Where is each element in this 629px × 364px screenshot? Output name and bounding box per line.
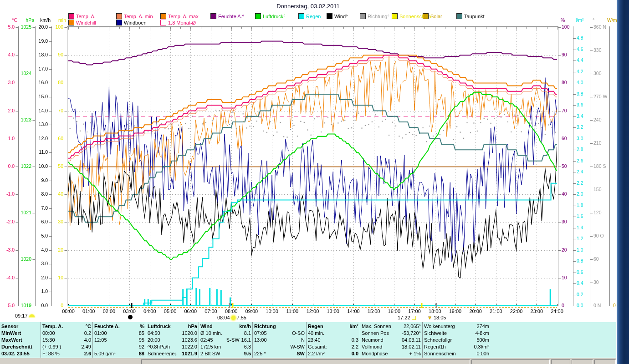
- sonnenschein-swatch-icon: [392, 13, 398, 19]
- stats-column-luftdruck: LuftdruckhPa04:501020.020:001023.6^0.8hP…: [146, 322, 199, 358]
- cell: 07:05: [254, 330, 267, 336]
- cell: 12:05: [94, 337, 107, 343]
- cell: 0.0: [352, 351, 358, 356]
- legend-item-temp-a[interactable]: Temp. A.: [68, 13, 96, 19]
- cell: Mondphase: [362, 351, 388, 356]
- solar-swatch-icon: [423, 13, 429, 19]
- row-label-durchschnitt: Durchschnitt: [1, 344, 39, 350]
- cell: Sonnen Pos: [362, 330, 389, 336]
- page-title: Donnerstag, 03.02.2011: [0, 3, 616, 10]
- legend-item-richtung[interactable]: Richtung°: [360, 13, 389, 19]
- legend-label: Richtung°: [368, 14, 389, 19]
- sunrise-moonrise-time: 08:04: [217, 315, 230, 320]
- taupunkt-swatch-icon: [456, 13, 462, 19]
- cell: 1020.0: [182, 330, 197, 336]
- cell: F: 88 %: [42, 351, 60, 356]
- cell: 1021.9: [182, 351, 197, 356]
- down-arrow-icon: ▼: [427, 316, 432, 320]
- cell: 4-8km: [475, 330, 489, 336]
- cell: 04.03.11: [402, 337, 421, 343]
- cell: 88: [139, 351, 144, 356]
- cell: hPa: [188, 324, 197, 329]
- cell: Temp. A.: [42, 324, 63, 329]
- cell: Regen/1h: [424, 344, 446, 349]
- stats-column-regen: Regenl/m²40 min.23:400.3Gesamt:2.22.2 l/…: [306, 322, 360, 358]
- legend-item-temp-a-max[interactable]: Temp. A. max: [160, 13, 199, 19]
- cell: 02:45: [200, 337, 213, 343]
- cell: Gesamt:: [308, 344, 327, 349]
- cell: 9.5: [244, 351, 251, 356]
- legend-label: Luftdruck°: [263, 14, 286, 19]
- cell: + 1%: [409, 351, 421, 356]
- 1-8-monat-swatch-icon: [160, 20, 166, 25]
- status-segment-5: [594, 359, 616, 364]
- annotation-sunrise-moonrise: 08:047:55: [217, 315, 246, 320]
- cell: 00:00: [42, 330, 55, 336]
- legend-label: Windböen: [124, 20, 147, 25]
- legend-item-luftdruck[interactable]: Luftdruck°: [255, 13, 286, 19]
- cell: 40 min.: [308, 330, 324, 336]
- legend-item-wind[interactable]: Wind°: [327, 13, 348, 19]
- cell: l/m²: [349, 324, 358, 329]
- cell: km/h: [239, 324, 251, 329]
- legend-item-windb-en[interactable]: Windböen: [116, 20, 147, 25]
- cell: 95: [139, 337, 144, 343]
- wind-swatch-icon: [327, 13, 332, 19]
- cell: O-SO: [292, 330, 305, 336]
- cell: SW: [297, 351, 305, 356]
- temp-a-min-swatch-icon: [116, 13, 122, 19]
- cell: Wind: [200, 324, 213, 329]
- cell: 04:50: [148, 330, 160, 336]
- status-segment-4: [572, 359, 593, 364]
- stats-column-feuchte-a: Feuchte A.%01:008512:0595925.09 g/m³88: [92, 322, 146, 358]
- legend-item-temp-a-min[interactable]: Temp. A. min: [116, 13, 153, 19]
- day-length-time: 09:17: [15, 313, 28, 318]
- cell: Sonnenschein: [424, 351, 456, 356]
- cell: %: [140, 324, 144, 329]
- sunset-time: 17:22: [398, 315, 410, 320]
- cell: Ø 10 min.: [200, 330, 222, 336]
- richtung-swatch-icon: [360, 13, 366, 19]
- row-label-maxwert: MaxWert: [1, 336, 39, 343]
- legend-item-windchill[interactable]: Windchill: [68, 20, 96, 25]
- status-segment-3: [551, 359, 570, 364]
- cell: 13:00: [254, 337, 267, 343]
- cell: 18.02.11: [402, 344, 421, 349]
- luftdruck-swatch-icon: [255, 13, 261, 19]
- cell: Richtung: [254, 324, 276, 329]
- status-bar: [0, 358, 616, 364]
- legend-item-1-8-monat[interactable]: 1.8 Monat-Ø: [160, 20, 196, 25]
- cell: 15:30: [42, 337, 55, 343]
- legend-item-solar[interactable]: Solar: [423, 13, 442, 19]
- legend-item-taupunkt[interactable]: Taupunkt: [456, 13, 485, 19]
- cell: 01:00: [94, 330, 107, 336]
- cell: 2 Bft SW: [200, 351, 220, 356]
- legend-item-feuchte-a[interactable]: Feuchte A.°: [210, 13, 244, 19]
- legend-label: Temp. A. max: [168, 14, 199, 19]
- cell: Feuchte A.: [94, 324, 120, 329]
- row-label-sensor: Sensor: [1, 323, 39, 329]
- cell: Schneerege↓: [148, 351, 177, 356]
- moonset-time-2: 18:05: [434, 315, 446, 320]
- legend-label: 1.8 Monat-Ø: [168, 20, 196, 25]
- sunrise-moonrise-time-2: 7:55: [237, 315, 246, 320]
- cell: 8.1: [244, 330, 251, 336]
- windchill-swatch-icon: [68, 20, 74, 25]
- weather-app-window: { "title": "Donnerstag, 03.02.2011", "le…: [0, 0, 629, 364]
- cell: N: [301, 337, 305, 343]
- cell: 1022.0: [182, 344, 197, 349]
- window-background-strip: [617, 0, 629, 364]
- info-column-2: Wolkenunterg274mSichtweite4-8kmSchneefal…: [422, 322, 491, 358]
- legend-item-regen[interactable]: Regen: [298, 13, 321, 19]
- regen-swatch-icon: [298, 13, 304, 19]
- legend-label: Taupunkt: [464, 14, 485, 19]
- cell: 2.2 l/m²: [308, 351, 325, 356]
- cell: 274m: [476, 324, 489, 329]
- cell: 16.1: [241, 337, 251, 343]
- cell: Sichtweite: [424, 330, 447, 336]
- cell: 1023.6: [182, 337, 197, 343]
- cell: -53,720°: [402, 330, 421, 336]
- cell: Regen: [308, 324, 323, 329]
- cell: 2.49: [82, 344, 91, 349]
- legend-label: Solar: [430, 14, 442, 19]
